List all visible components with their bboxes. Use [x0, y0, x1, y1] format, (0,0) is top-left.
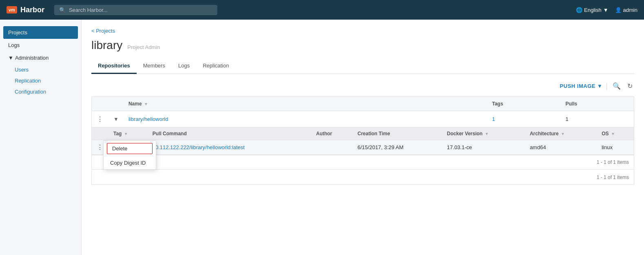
language-label: English: [584, 7, 602, 13]
th-name: Name ▼: [124, 97, 487, 111]
tab-logs[interactable]: Logs: [172, 58, 196, 74]
nav-logo: vm Harbor: [7, 6, 44, 14]
inner-th-os-label: OS: [602, 131, 609, 136]
chevron-down-icon: ▼: [8, 55, 13, 61]
table-row: ⋮ ▼ library/helloworld 1 1: [92, 111, 634, 128]
context-menu: Delete Copy Digest ID: [103, 140, 156, 170]
refresh-icon[interactable]: ↻: [626, 81, 634, 92]
row-expand[interactable]: ▼: [108, 111, 124, 128]
page-subtitle: Project Admin: [127, 44, 160, 50]
dots-menu-icon[interactable]: ⋮: [97, 116, 104, 123]
nav-right: 🌐 English ▼ 👤 admin: [576, 7, 637, 13]
breadcrumb[interactable]: < Projects: [91, 28, 634, 34]
inner-architecture-value: amd64: [530, 144, 546, 150]
inner-th-actions: [92, 128, 108, 140]
sidebar-item-logs[interactable]: Logs: [0, 39, 81, 51]
search-icon: 🔍: [59, 7, 66, 13]
tag-sort-icon[interactable]: ▼: [124, 132, 128, 136]
page-title-row: library Project Admin: [91, 39, 634, 52]
globe-icon: 🌐: [576, 7, 582, 13]
sidebar-item-configuration[interactable]: Configuration: [0, 86, 81, 97]
inner-th-pull-command-label: Pull Command: [153, 131, 187, 136]
inner-th-creation-time-label: Creation Time: [358, 131, 390, 136]
inner-row-docker-version: 17.03.1-ce: [442, 140, 525, 155]
inner-row-creation-time: 6/15/2017, 3:29 AM: [353, 140, 442, 155]
row-dots-menu[interactable]: ⋮: [92, 111, 109, 128]
push-image-label: PUSH IMAGE: [560, 83, 595, 89]
inner-pagination: 1 - 1 of 1 items: [91, 155, 634, 170]
sidebar: Projects Logs ▼ Administration Users Rep…: [0, 20, 82, 255]
inner-th-docker-version: Docker Version ▼: [442, 128, 525, 140]
inner-th-author-label: Author: [316, 131, 332, 136]
inner-row-actions: ⋮ Delete Copy Digest ID: [92, 140, 108, 155]
os-sort-icon[interactable]: ▼: [611, 132, 615, 136]
inner-row-architecture: amd64: [525, 140, 597, 155]
language-selector[interactable]: 🌐 English ▼: [576, 7, 609, 13]
repo-name[interactable]: library/helloworld: [128, 116, 168, 122]
sidebar-item-projects[interactable]: Projects: [3, 26, 78, 39]
page-title: library: [91, 39, 122, 52]
inner-th-author: Author: [311, 128, 353, 140]
inner-row-os: linux: [597, 140, 634, 155]
inner-os-value: linux: [602, 144, 613, 150]
expanded-cell: Tag ▼ Pull Command Author: [92, 128, 634, 155]
tab-replication-label: Replication: [203, 63, 229, 69]
repo-tags-count: 1: [492, 116, 495, 122]
chevron-down-icon[interactable]: ▼: [113, 116, 119, 122]
outer-pagination-text: 1 - 1 of 1 items: [597, 174, 629, 180]
inner-th-tag-label: Tag: [113, 131, 122, 136]
context-menu-copy-digest[interactable]: Copy Digest ID: [104, 157, 156, 169]
arch-sort-icon[interactable]: ▼: [561, 132, 565, 136]
inner-table-row: ⋮ Delete Copy Digest ID: [92, 140, 634, 155]
chevron-down-icon: ▼: [603, 7, 609, 13]
sidebar-administration-header[interactable]: ▼ Administration: [0, 51, 81, 64]
user-label: admin: [623, 7, 637, 13]
search-bar[interactable]: 🔍 Search Harbor...: [54, 5, 217, 15]
th-name-label: Name: [128, 101, 142, 107]
repo-name-cell: library/helloworld: [124, 111, 487, 128]
tab-logs-label: Logs: [178, 63, 190, 69]
app-name: Harbor: [20, 6, 44, 14]
user-menu[interactable]: 👤 admin: [615, 7, 637, 13]
inner-row-author: [311, 140, 353, 155]
user-icon: 👤: [615, 7, 622, 13]
expanded-row: Tag ▼ Pull Command Author: [92, 128, 634, 155]
sidebar-item-replication[interactable]: Replication: [0, 75, 81, 86]
sidebar-admin-label: Administration: [15, 55, 49, 61]
name-sort-icon[interactable]: ▼: [144, 102, 148, 106]
tab-replication[interactable]: Replication: [196, 58, 235, 74]
main-content: < Projects library Project Admin Reposit…: [82, 20, 644, 255]
push-image-button[interactable]: PUSH IMAGE ▼: [560, 83, 603, 89]
inner-th-architecture: Architecture ▼: [525, 128, 597, 140]
inner-table: Tag ▼ Pull Command Author: [92, 128, 634, 155]
inner-th-pull-command: Pull Command: [148, 128, 311, 140]
inner-th-tag: Tag ▼: [108, 128, 148, 140]
th-tags-label: Tags: [492, 101, 503, 107]
tab-repositories-label: Repositories: [98, 63, 130, 69]
th-tags: Tags: [487, 97, 561, 111]
inner-creation-time-value: 6/15/2017, 3:29 AM: [358, 144, 404, 150]
inner-dots-menu-icon[interactable]: ⋮: [97, 144, 104, 151]
vm-icon: vm: [7, 6, 17, 13]
inner-header-row: Tag ▼ Pull Command Author: [92, 128, 634, 140]
chevron-down-icon: ▼: [597, 83, 602, 89]
search-icon[interactable]: 🔍: [611, 81, 622, 92]
inner-th-os: OS ▼: [597, 128, 634, 140]
sidebar-logs-label: Logs: [8, 42, 20, 48]
docker-sort-icon[interactable]: ▼: [485, 132, 489, 136]
th-pulls-label: Pulls: [566, 101, 578, 107]
table-header-row: Name ▼ Tags Pulls: [92, 97, 634, 111]
inner-th-docker-version-label: Docker Version: [447, 131, 482, 136]
toolbar-divider: |: [606, 82, 608, 90]
context-menu-delete[interactable]: Delete: [107, 143, 153, 154]
inner-pagination-text: 1 - 1 of 1 items: [597, 159, 629, 165]
tab-repositories[interactable]: Repositories: [91, 58, 137, 74]
tabs: Repositories Members Logs Replication: [91, 58, 634, 74]
layout: Projects Logs ▼ Administration Users Rep…: [0, 20, 644, 255]
outer-pagination: 1 - 1 of 1 items: [91, 170, 634, 185]
tab-members[interactable]: Members: [137, 58, 172, 74]
repo-pulls-count: 1: [566, 116, 569, 122]
sidebar-item-users[interactable]: Users: [0, 64, 81, 75]
sidebar-replication-label: Replication: [15, 78, 41, 84]
inner-pull-command-value: 10.112.122.222/library/helloworld:latest: [153, 144, 245, 150]
